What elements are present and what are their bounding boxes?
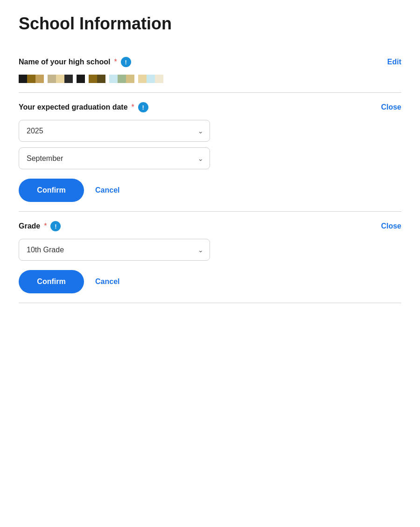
month-dropdown[interactable]: January February March April May June Ju… xyxy=(19,147,210,169)
swatch-2b xyxy=(56,75,64,83)
swatch-1a xyxy=(19,75,27,83)
swatch-5a xyxy=(109,75,118,83)
swatch-5c xyxy=(126,75,134,83)
graduation-date-header: Your expected graduation date * ! Close xyxy=(19,102,401,112)
swatch-6a xyxy=(138,75,147,83)
high-school-label: Name of your high school xyxy=(19,58,110,66)
high-school-section: Name of your high school * ! Edit xyxy=(19,48,401,93)
graduation-date-button-row: Confirm Cancel xyxy=(19,179,401,202)
high-school-header: Name of your high school * ! Edit xyxy=(19,57,401,67)
swatch-4a xyxy=(89,75,97,83)
swatch-5b xyxy=(118,75,126,83)
grade-header-left: Grade * ! xyxy=(19,221,61,231)
page-title: School Information xyxy=(19,14,401,34)
grade-label: Grade xyxy=(19,222,40,230)
swatch-6c xyxy=(155,75,163,83)
graduation-date-label: Your expected graduation date xyxy=(19,103,128,111)
swatch-group-5 xyxy=(109,75,134,83)
grade-required: * xyxy=(44,222,47,230)
grade-dropdown-wrapper: 9th Grade 10th Grade 11th Grade 12th Gra… xyxy=(19,239,210,261)
graduation-date-cancel-button[interactable]: Cancel xyxy=(95,186,119,194)
high-school-header-left: Name of your high school * ! xyxy=(19,57,131,67)
graduation-date-confirm-button[interactable]: Confirm xyxy=(19,179,84,202)
year-dropdown-wrapper: 2023 2024 2025 2026 2027 2028 ⌄ xyxy=(19,120,210,142)
high-school-info-icon[interactable]: ! xyxy=(121,57,131,67)
graduation-date-header-left: Your expected graduation date * ! xyxy=(19,102,148,112)
graduation-date-section: Your expected graduation date * ! Close … xyxy=(19,93,401,212)
graduation-date-info-icon[interactable]: ! xyxy=(138,102,148,112)
grade-cancel-button[interactable]: Cancel xyxy=(95,277,119,286)
swatch-group-1 xyxy=(19,75,44,83)
grade-button-row: Confirm Cancel xyxy=(19,270,401,293)
graduation-date-required: * xyxy=(132,103,134,111)
swatch-group-6 xyxy=(138,75,163,83)
graduation-date-close-button[interactable]: Close xyxy=(381,103,401,111)
grade-dropdown[interactable]: 9th Grade 10th Grade 11th Grade 12th Gra… xyxy=(19,239,210,261)
high-school-required: * xyxy=(114,58,117,66)
swatch-4b xyxy=(97,75,105,83)
high-school-edit-button[interactable]: Edit xyxy=(387,58,401,66)
swatch-3a xyxy=(77,75,85,83)
swatch-2c xyxy=(64,75,73,83)
swatch-group-2 xyxy=(48,75,73,83)
swatch-2a xyxy=(48,75,56,83)
grade-info-icon[interactable]: ! xyxy=(50,221,61,231)
month-dropdown-wrapper: January February March April May June Ju… xyxy=(19,147,210,169)
swatch-group-4 xyxy=(89,75,105,83)
grade-header: Grade * ! Close xyxy=(19,221,401,231)
color-swatches xyxy=(19,75,401,83)
grade-confirm-button[interactable]: Confirm xyxy=(19,270,84,293)
grade-close-button[interactable]: Close xyxy=(381,222,401,230)
swatch-1b xyxy=(27,75,35,83)
year-dropdown[interactable]: 2023 2024 2025 2026 2027 2028 xyxy=(19,120,210,142)
swatch-group-3 xyxy=(77,75,85,83)
swatch-1c xyxy=(35,75,44,83)
swatch-6b xyxy=(147,75,155,83)
grade-section: Grade * ! Close 9th Grade 10th Grade 11t… xyxy=(19,212,401,303)
